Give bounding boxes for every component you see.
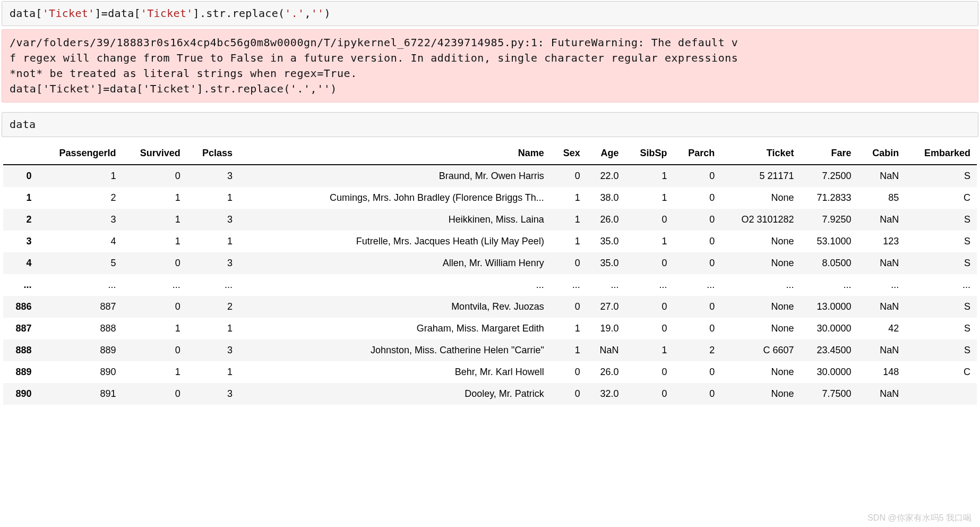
table-row: 88788811Graham, Miss. Margaret Edith119.… [3, 318, 977, 339]
cell-cabin: ... [858, 274, 906, 296]
code-token: , [304, 7, 311, 20]
code-token: data [10, 118, 36, 131]
cell-passengerid: 5 [38, 252, 123, 274]
cell-sex: ... [551, 274, 587, 296]
cell-ticket: None [721, 318, 800, 339]
code-token-string: '' [311, 7, 324, 20]
col-index [3, 142, 38, 165]
cell-name: Graham, Miss. Margaret Edith [239, 318, 551, 339]
cell-passengerid: 888 [38, 318, 123, 339]
cell-embarked: S [905, 165, 977, 187]
cell-name: Behr, Mr. Karl Howell [239, 361, 551, 383]
code-cell-2-input[interactable]: data [2, 113, 978, 137]
cell-survived: 0 [122, 296, 186, 318]
col-passengerid: PassengerId [38, 142, 123, 165]
cell-name: Montvila, Rev. Juozas [239, 296, 551, 318]
cell-pclass: 3 [187, 339, 239, 361]
cell-parch: 0 [674, 209, 721, 231]
cell-embarked: S [905, 318, 977, 339]
cell-name: Futrelle, Mrs. Jacques Heath (Lily May P… [239, 231, 551, 252]
cell-survived: ... [122, 274, 186, 296]
code-token-string: 'Ticket' [42, 7, 95, 20]
table-row: 0103Braund, Mr. Owen Harris022.0105 2117… [3, 165, 977, 187]
cell-parch: 0 [674, 231, 721, 252]
cell-embarked: S [905, 296, 977, 318]
cell-pclass: 3 [187, 165, 239, 187]
cell-fare: 13.0000 [801, 296, 858, 318]
cell-fare: 7.9250 [801, 209, 858, 231]
cell-sex: 0 [551, 296, 587, 318]
cell-age: 26.0 [587, 361, 625, 383]
code-cell-1[interactable]: data['Ticket']=data['Ticket'].str.replac… [2, 1, 978, 26]
cell-ticket: O2 3101282 [721, 209, 800, 231]
cell-sibsp: 0 [625, 252, 674, 274]
cell-sibsp: 1 [625, 187, 674, 209]
cell-ticket: None [721, 383, 800, 405]
cell-sex: 0 [551, 361, 587, 383]
cell-sibsp: 1 [625, 231, 674, 252]
cell-cabin: 42 [858, 318, 906, 339]
cell-cabin: 123 [858, 231, 906, 252]
table-row: 4503Allen, Mr. William Henry035.000None8… [3, 252, 977, 274]
cell-age: NaN [587, 339, 625, 361]
code-cell-2[interactable]: data [2, 112, 978, 137]
cell-ticket: C 6607 [721, 339, 800, 361]
cell-survived: 0 [122, 383, 186, 405]
row-index: 1 [3, 187, 38, 209]
cell-sibsp: 0 [625, 209, 674, 231]
code-token: ]=data[ [94, 7, 140, 20]
cell-pclass: 1 [187, 187, 239, 209]
dataframe-table: PassengerId Survived Pclass Name Sex Age… [3, 142, 977, 405]
table-row: 88989011Behr, Mr. Karl Howell026.000None… [3, 361, 977, 383]
col-name: Name [239, 142, 551, 165]
cell-pclass: 3 [187, 383, 239, 405]
row-index: 4 [3, 252, 38, 274]
cell-ticket: None [721, 361, 800, 383]
row-index: 0 [3, 165, 38, 187]
cell-embarked: C [905, 361, 977, 383]
cell-passengerid: ... [38, 274, 123, 296]
cell-pclass: 1 [187, 231, 239, 252]
cell-parch: 0 [674, 165, 721, 187]
cell-name: Allen, Mr. William Henry [239, 252, 551, 274]
row-index: 886 [3, 296, 38, 318]
cell-cabin: NaN [858, 252, 906, 274]
col-age: Age [587, 142, 625, 165]
cell-age: 35.0 [587, 252, 625, 274]
cell-name: ... [239, 274, 551, 296]
code-cell-1-input[interactable]: data['Ticket']=data['Ticket'].str.replac… [2, 2, 978, 26]
cell-passengerid: 890 [38, 361, 123, 383]
cell-ticket: ... [721, 274, 800, 296]
table-row: 88888903Johnston, Miss. Catherine Helen … [3, 339, 977, 361]
cell-sibsp: 0 [625, 296, 674, 318]
cell-age: 32.0 [587, 383, 625, 405]
table-row: 1211Cumings, Mrs. John Bradley (Florence… [3, 187, 977, 209]
cell-age: 22.0 [587, 165, 625, 187]
row-index: 887 [3, 318, 38, 339]
cell-survived: 0 [122, 339, 186, 361]
cell-parch: 2 [674, 339, 721, 361]
cell-sibsp: 0 [625, 361, 674, 383]
code-token: data[ [10, 7, 42, 20]
table-row: 3411Futrelle, Mrs. Jacques Heath (Lily M… [3, 231, 977, 252]
code-token-string: 'Ticket' [141, 7, 193, 20]
table-row: 89089103Dooley, Mr. Patrick032.000None7.… [3, 383, 977, 405]
cell-sibsp: ... [625, 274, 674, 296]
cell-passengerid: 3 [38, 209, 123, 231]
cell-cabin: 85 [858, 187, 906, 209]
stderr-line: data['Ticket']=data['Ticket'].str.replac… [10, 82, 337, 95]
row-index: ... [3, 274, 38, 296]
cell-survived: 1 [122, 209, 186, 231]
table-row: 88688702Montvila, Rev. Juozas027.000None… [3, 296, 977, 318]
cell-passengerid: 887 [38, 296, 123, 318]
row-index: 890 [3, 383, 38, 405]
cell-ticket: None [721, 296, 800, 318]
cell-pclass: 3 [187, 209, 239, 231]
cell-parch: ... [674, 274, 721, 296]
cell-fare: 7.7500 [801, 383, 858, 405]
cell-passengerid: 2 [38, 187, 123, 209]
col-sibsp: SibSp [625, 142, 674, 165]
cell-embarked: S [905, 231, 977, 252]
cell-survived: 0 [122, 165, 186, 187]
cell-age: 27.0 [587, 296, 625, 318]
